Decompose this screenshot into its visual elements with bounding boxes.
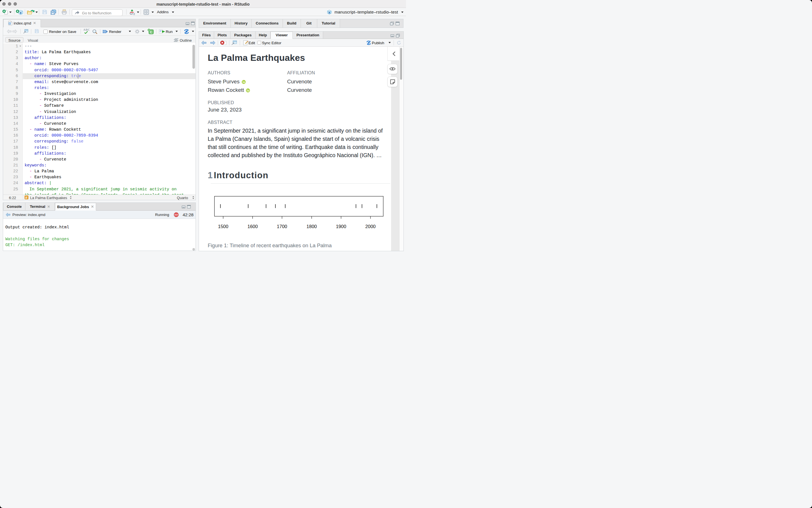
svg-text:1800: 1800 [307, 224, 317, 229]
svg-text:1900: 1900 [336, 224, 346, 229]
svg-text:R: R [328, 11, 330, 14]
svg-text:1500: 1500 [218, 224, 229, 229]
svg-text:2000: 2000 [365, 224, 376, 229]
svg-text:STOP: STOP [174, 214, 178, 215]
svg-text:C: C [150, 31, 152, 34]
svg-text:1600: 1600 [247, 224, 258, 229]
svg-text:1700: 1700 [277, 224, 287, 229]
svg-text:R: R [20, 11, 22, 14]
